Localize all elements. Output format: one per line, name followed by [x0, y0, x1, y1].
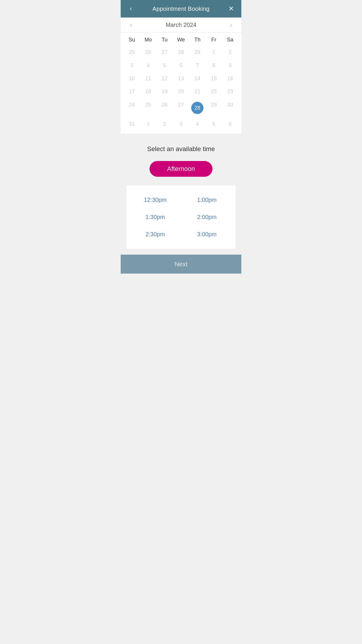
calendar-day[interactable]: 6	[222, 118, 238, 131]
weekday-label: Mo	[140, 35, 156, 45]
calendar-day[interactable]: 20	[173, 85, 189, 98]
time-section: Select an available time Afternoon 12:30…	[121, 134, 241, 255]
time-slot[interactable]: 1:00pm	[181, 191, 233, 209]
calendar-day[interactable]: 9	[222, 59, 238, 72]
calendar-day[interactable]: 4	[140, 59, 156, 72]
calendar-day[interactable]: 8	[205, 59, 222, 72]
calendar-day[interactable]: 29	[189, 46, 205, 59]
calendar-day[interactable]: 22	[205, 85, 222, 98]
calendar-day[interactable]: 27	[157, 46, 173, 59]
calendar-day[interactable]: 3	[124, 59, 140, 72]
time-slot[interactable]: 1:30pm	[129, 209, 181, 226]
calendar-nav: ‹ March 2024 ›	[121, 18, 241, 33]
calendar-day[interactable]: 2	[222, 46, 238, 59]
calendar-day[interactable]: 4	[189, 118, 205, 131]
calendar-weekdays: SuMoTuWeThFrSa	[124, 33, 238, 46]
weekday-label: We	[173, 35, 189, 45]
prev-month-button[interactable]: ‹	[126, 22, 135, 28]
calendar-day[interactable]: 25	[124, 46, 140, 59]
time-slot[interactable]: 3:00pm	[181, 226, 233, 243]
calendar-day[interactable]: 1	[205, 46, 222, 59]
calendar-day[interactable]: 17	[124, 85, 140, 98]
calendar-day[interactable]: 10	[124, 72, 140, 85]
weekday-label: Tu	[157, 35, 173, 45]
weekday-label: Su	[124, 35, 140, 45]
next-month-button[interactable]: ›	[227, 22, 236, 28]
calendar-grid: 2526272829123456789101112131415161718192…	[124, 46, 238, 131]
time-slot[interactable]: 12:30pm	[129, 191, 181, 209]
calendar-day[interactable]: 18	[140, 85, 156, 98]
calendar-day[interactable]: 29	[205, 98, 222, 118]
calendar-day[interactable]: 23	[222, 85, 238, 98]
calendar-day[interactable]: 2	[157, 118, 173, 131]
header: ‹ Appointment Booking ✕	[121, 0, 241, 18]
weekday-label: Sa	[222, 35, 238, 45]
calendar-day[interactable]: 12	[157, 72, 173, 85]
calendar-day[interactable]: 26	[157, 98, 173, 118]
calendar-day[interactable]: 27	[173, 98, 189, 118]
calendar-day[interactable]: 24	[124, 98, 140, 118]
calendar-day[interactable]: 28	[173, 46, 189, 59]
select-time-label: Select an available time	[147, 145, 215, 153]
calendar-section: SuMoTuWeThFrSa 2526272829123456789101112…	[121, 33, 241, 134]
afternoon-button[interactable]: Afternoon	[150, 161, 212, 177]
calendar-day[interactable]: 1	[140, 118, 156, 131]
calendar-day[interactable]: 25	[140, 98, 156, 118]
calendar-day[interactable]: 21	[189, 85, 205, 98]
time-grid: 12:30pm1:00pm1:30pm2:00pm2:30pm3:00pm	[126, 186, 236, 249]
next-button-label: Next	[174, 260, 187, 268]
weekday-label: Th	[189, 35, 205, 45]
calendar-day[interactable]: 26	[140, 46, 156, 59]
calendar-day[interactable]: 31	[124, 118, 140, 131]
calendar-day[interactable]: 11	[140, 72, 156, 85]
calendar-day[interactable]: 6	[173, 59, 189, 72]
header-title: Appointment Booking	[152, 6, 210, 12]
calendar-day[interactable]: 28	[189, 98, 205, 118]
close-icon[interactable]: ✕	[227, 6, 236, 12]
calendar-day[interactable]: 5	[205, 118, 222, 131]
calendar-day[interactable]: 7	[189, 59, 205, 72]
next-button-bar[interactable]: Next	[121, 255, 241, 274]
app-container: ‹ Appointment Booking ✕ ‹ March 2024 › S…	[121, 0, 241, 274]
time-slot[interactable]: 2:30pm	[129, 226, 181, 243]
calendar-day[interactable]: 5	[157, 59, 173, 72]
weekday-label: Fr	[205, 35, 222, 45]
calendar-day[interactable]: 16	[222, 72, 238, 85]
time-slot[interactable]: 2:00pm	[181, 209, 233, 226]
calendar-day[interactable]: 13	[173, 72, 189, 85]
calendar-month-label: March 2024	[166, 22, 196, 28]
calendar-day[interactable]: 30	[222, 98, 238, 118]
back-icon[interactable]: ‹	[126, 6, 135, 12]
calendar-day[interactable]: 3	[173, 118, 189, 131]
calendar-day[interactable]: 14	[189, 72, 205, 85]
calendar-day[interactable]: 19	[157, 85, 173, 98]
calendar-day[interactable]: 15	[205, 72, 222, 85]
